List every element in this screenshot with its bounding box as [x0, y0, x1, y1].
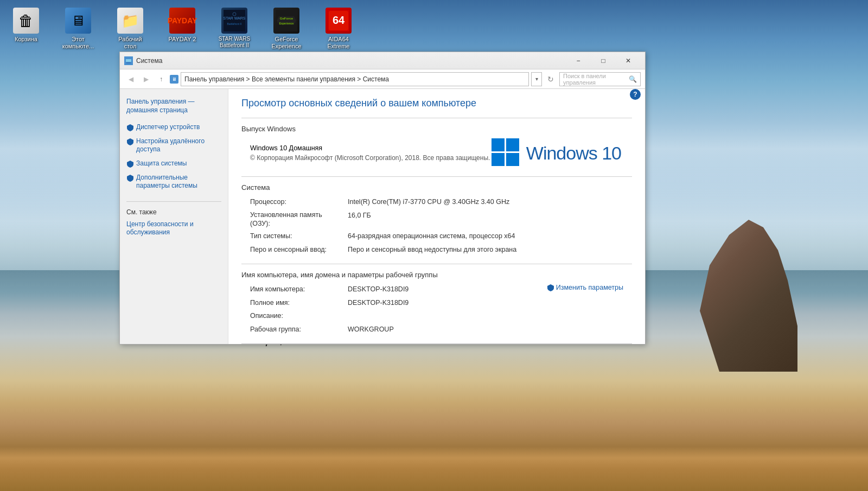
- geforce-label: GeForce Experience: [268, 36, 305, 50]
- breadcrumb-icon: 🖥: [170, 75, 178, 84]
- windows-flag-icon: [492, 138, 521, 168]
- sidebar-item-system-protection[interactable]: Защита системы: [126, 160, 221, 168]
- window-controls: − □ ✕: [566, 53, 641, 69]
- rock-decoration: [700, 220, 797, 372]
- windows-edition-text: Windows 10 Домашняя: [250, 144, 490, 152]
- svg-text:64: 64: [333, 14, 345, 26]
- svg-text:Experience: Experience: [279, 22, 294, 25]
- system-section-heading: Система: [241, 183, 632, 192]
- desktop-icon-desktop[interactable]: 📁 Рабочий стол: [110, 5, 151, 52]
- pen-row: Перо и сенсорный ввод: Перо и сенсорный …: [250, 245, 632, 255]
- sidebar-seealso-title: См. также: [126, 208, 221, 216]
- window-body: Панель управления — домашняя страница Ди…: [120, 89, 645, 344]
- sidebar-protection-text: Защита системы: [136, 160, 187, 168]
- payday-label: PAYDAY 2: [168, 36, 196, 43]
- sidebar-home-link[interactable]: Панель управления — домашняя страница: [126, 98, 221, 114]
- desktop-icon-aida[interactable]: 64 AIDA64 Extreme: [318, 5, 359, 52]
- window-sidebar: Панель управления — домашняя страница Ди…: [120, 89, 228, 344]
- computer-graphic: 🖥: [65, 8, 91, 34]
- recycle-label: Корзина: [15, 36, 37, 43]
- desktop-icon-starwars[interactable]: STAR WARS Battlefront II STAR WARSBattle…: [214, 5, 255, 52]
- description-label: Описание:: [250, 311, 348, 321]
- breadcrumb-bar[interactable]: Панель управления > Все элементы панели …: [181, 72, 529, 86]
- ram-row: Установленная память(ОЗУ): 16,0 ГБ: [250, 211, 632, 228]
- payday-icon: PAYDAY: [169, 8, 195, 34]
- sidebar-item-advanced-settings[interactable]: Дополнительные параметры системы: [126, 174, 221, 190]
- computer-name-value: DESKTOP-K318DI9: [348, 284, 547, 295]
- svg-text:GeForce: GeForce: [280, 17, 293, 20]
- svg-text:STAR WARS: STAR WARS: [224, 16, 245, 20]
- sidebar-device-manager-text: Диспетчер устройств: [136, 123, 200, 132]
- pen-label: Перо и сенсорный ввод:: [250, 245, 348, 255]
- starwars-icon: STAR WARS Battlefront II: [221, 8, 247, 34]
- svg-rect-22: [492, 138, 505, 151]
- desktop-folder-label: Рабочий стол: [112, 36, 149, 50]
- starwars-graphic: STAR WARS Battlefront II: [221, 8, 247, 34]
- desktop-icons-container: 🗑 Корзина 🖥 Этот компьюте... 📁 Рабочий с…: [0, 0, 365, 58]
- desktop: 🗑 Корзина 🖥 Этот компьюте... 📁 Рабочий с…: [0, 0, 868, 491]
- recycle-icon: 🗑: [13, 8, 39, 34]
- starwars-label: STAR WARSBattlefront II: [219, 36, 250, 49]
- window-addressbar: ◀ ▶ ↑ 🖥 Панель управления > Все элементы…: [120, 69, 645, 89]
- workgroup-row: Рабочая группа: WORKGROUP: [250, 324, 547, 335]
- search-icon: 🔍: [629, 75, 637, 83]
- desktop-icon-payday[interactable]: PAYDAY PAYDAY 2: [162, 5, 203, 52]
- payday-graphic: PAYDAY: [169, 8, 195, 34]
- computer-section-content: Имя компьютера: DESKTOP-K318DI9 Полное и…: [241, 284, 547, 335]
- desktop-icon-recycle[interactable]: 🗑 Корзина: [5, 5, 47, 52]
- maximize-button[interactable]: □: [591, 53, 616, 69]
- windows-logo: Windows 10: [492, 138, 621, 168]
- workgroup-value: WORKGROUP: [348, 324, 547, 335]
- search-placeholder: Поиск в панели управления: [563, 73, 627, 86]
- computer-name-row: Имя компьютера: DESKTOP-K318DI9: [250, 284, 547, 295]
- shield-icon-2: [126, 138, 134, 145]
- change-params-section: Изменить параметры: [547, 271, 632, 343]
- svg-rect-24: [492, 153, 505, 166]
- sidebar-item-remote-access[interactable]: Настройка удалённого доступа: [126, 137, 221, 154]
- sidebar-nav-list: Диспетчер устройств Настройка удалённого…: [126, 123, 221, 190]
- up-button[interactable]: ↑: [155, 73, 168, 86]
- change-params-link[interactable]: Изменить параметры: [547, 284, 623, 291]
- processor-row: Процессор: Intel(R) Core(TM) i7-3770 CPU…: [250, 197, 632, 207]
- shield-icon-change: [547, 284, 554, 291]
- sidebar-item-device-manager[interactable]: Диспетчер устройств: [126, 123, 221, 132]
- help-button[interactable]: ?: [630, 89, 641, 100]
- computer-section-wrapper: Имя компьютера, имя домена и параметры р…: [241, 271, 632, 343]
- sidebar-security-center-link[interactable]: Центр безопасности и обслуживания: [126, 220, 221, 237]
- desktop-folder-icon: 📁: [117, 8, 143, 34]
- back-button[interactable]: ◀: [124, 73, 137, 86]
- shield-icon-1: [126, 124, 134, 131]
- change-params-text: Изменить параметры: [556, 284, 623, 291]
- processor-label: Процессор:: [250, 197, 348, 207]
- aida-label: AIDA64 Extreme: [320, 36, 357, 50]
- computer-section-heading: Имя компьютера, имя домена и параметры р…: [241, 271, 547, 279]
- computer-section-main: Имя компьютера, имя домена и параметры р…: [241, 271, 547, 343]
- windows-section-divider: [241, 118, 632, 118]
- search-bar[interactable]: Поиск в панели управления 🔍: [559, 72, 641, 86]
- windows-section-heading: Выпуск Windows: [241, 125, 632, 133]
- window-titlebar: Система − □ ✕: [120, 52, 645, 69]
- page-title: Просмотр основных сведений о вашем компь…: [241, 98, 632, 109]
- svg-rect-20: [126, 62, 131, 63]
- close-button[interactable]: ✕: [616, 53, 641, 69]
- shield-icon-4: [126, 174, 134, 182]
- shield-icon-3: [126, 160, 134, 168]
- system-window: Система − □ ✕ ◀ ▶ ↑ 🖥 Панель управления …: [119, 52, 646, 345]
- window-main-content: Просмотр основных сведений о вашем компь…: [228, 89, 645, 344]
- geforce-graphic: GeForce Experience: [273, 8, 299, 34]
- address-dropdown-button[interactable]: ▾: [531, 72, 542, 86]
- refresh-button[interactable]: ↻: [544, 73, 557, 86]
- svg-rect-25: [506, 153, 519, 166]
- forward-button[interactable]: ▶: [139, 73, 152, 86]
- window-title-text: Система: [136, 57, 566, 65]
- svg-text:Battlefront II: Battlefront II: [227, 22, 242, 25]
- desktop-icon-computer[interactable]: 🖥 Этот компьюте...: [58, 5, 99, 52]
- sidebar-seealso-section: См. также Центр безопасности и обслужива…: [126, 201, 221, 237]
- sidebar-remote-access-text: Настройка удалённого доступа: [136, 137, 221, 154]
- recycle-bin-graphic: 🗑: [13, 8, 39, 34]
- system-type-row: Тип системы: 64-разрядная операционная с…: [250, 231, 632, 241]
- desktop-icon-geforce[interactable]: GeForce Experience GeForce Experience: [266, 5, 307, 52]
- minimize-button[interactable]: −: [566, 53, 591, 69]
- processor-value: Intel(R) Core(TM) i7-3770 CPU @ 3.40GHz …: [348, 197, 632, 207]
- computer-section-divider: [241, 264, 632, 264]
